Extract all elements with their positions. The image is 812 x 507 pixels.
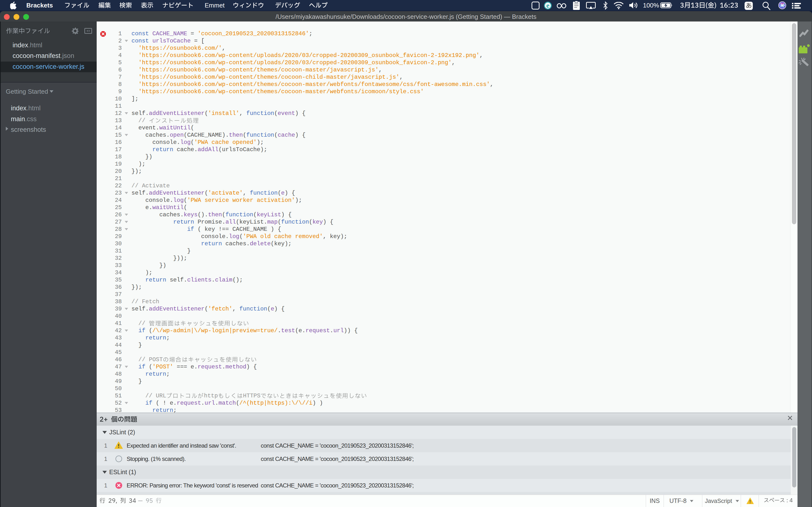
svg-text:e: e bbox=[546, 2, 549, 9]
